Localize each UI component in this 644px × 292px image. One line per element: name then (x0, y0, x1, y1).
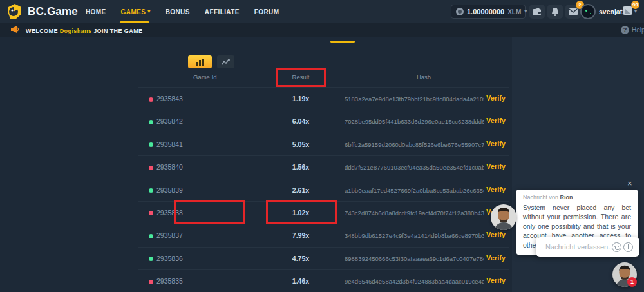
help-link[interactable]: ? Help (621, 26, 644, 34)
result-value: 5.05x (265, 141, 336, 148)
chat-message-title: Nachricht von Rion (523, 194, 631, 200)
hash-value: 9e4d6546d4e58a42d3b4f924883baa4daac019ce… (345, 278, 484, 285)
result-value: 7.99x (265, 231, 336, 239)
balance-selector[interactable]: 1.00000000 XLM ▾ (451, 5, 526, 19)
status-dot (149, 97, 153, 102)
status-dot (149, 257, 153, 261)
table-row: 2935837 7.99x 348bb9db61527e4c9f3e4a1414… (138, 224, 509, 246)
hash-value: 7028be95dd95f441b633d6d296e0ae15cc6238dd… (345, 118, 484, 125)
question-icon: ? (621, 26, 629, 34)
main-nav: HOME GAMES▾ BONUS AFFILIATE FORUM (86, 0, 279, 23)
result-value: 1.56x (265, 163, 336, 171)
result-value: 1.46x (265, 277, 336, 285)
chat-input-placeholder: Nachricht verfassen... (545, 237, 614, 257)
nav-item-games[interactable]: GAMES▾ (121, 0, 151, 23)
verify-link[interactable]: Verify (486, 94, 506, 102)
result-value: 1.19x (265, 95, 336, 102)
hash-value: a1bb0eaaf17ed4527669f2a0bba8cc53abab26c6… (345, 187, 484, 194)
status-dot (149, 120, 153, 124)
table-row: 2935843 1.19x 5183a2ea7e9d8e13fb79bbf21b… (138, 87, 509, 110)
tab-my-bets-chart[interactable] (188, 55, 212, 68)
chat-toggle-button[interactable]: 99 (620, 5, 636, 19)
result-value: 6.04x (265, 117, 336, 125)
game-id: 2935837 (156, 231, 183, 239)
game-id: 2935835 (156, 277, 183, 285)
table-row: 2935839 2.61x a1bb0eaaf17ed4527669f2a0bb… (138, 179, 509, 201)
hash-value: 5183a2ea7e9d8e13fb79bbf21bc9ffc804dada4a… (345, 95, 484, 102)
welcome-bar: WELCOME Dogishans JOIN THE GAME ? Help (0, 23, 644, 37)
welcome-message: WELCOME Dogishans JOIN THE GAME (26, 28, 142, 34)
balance-currency: XLM (507, 8, 521, 15)
game-id: 2935840 (156, 163, 183, 171)
status-dot (149, 166, 153, 170)
verify-link[interactable]: Verify (486, 140, 506, 148)
chat-sender-name: Rion (560, 194, 573, 200)
game-id: 2935841 (156, 141, 183, 148)
annotation-box-result-header (276, 68, 326, 87)
chevron-down-icon: ▾ (524, 9, 527, 14)
chat-launcher-badge: 1 (627, 277, 637, 287)
verify-link[interactable]: Verify (486, 186, 506, 193)
hash-value: 6bffc2a59159d2060d0abc85f526e6be676e5590… (345, 141, 484, 148)
game-id: 2935842 (156, 117, 183, 125)
close-icon[interactable]: × (627, 179, 632, 188)
bar-chart-icon (196, 59, 205, 66)
nav-item-bonus[interactable]: BONUS (166, 0, 190, 23)
info-icon[interactable] (623, 242, 633, 252)
nav-item-affiliate[interactable]: AFFILIATE (205, 0, 240, 23)
nav-item-home[interactable]: HOME (86, 0, 106, 23)
tab-trends[interactable] (217, 55, 234, 68)
balance-amount: 1.00000000 (467, 8, 504, 15)
game-id: 2935843 (156, 95, 183, 102)
annotation-box-game-id (174, 200, 245, 224)
status-dot (149, 280, 153, 284)
brand-name: BC.Game (28, 5, 78, 18)
verify-link[interactable]: Verify (486, 254, 506, 262)
hash-value: ddd7f521e87769103ecf94ea35da50ee354efd1c… (345, 164, 484, 171)
game-id: 2935836 (156, 255, 183, 262)
user-avatar[interactable] (580, 4, 596, 19)
top-navbar: BC.Game HOME GAMES▾ BONUS AFFILIATE FORU… (0, 0, 644, 23)
status-dot (149, 142, 153, 147)
column-header-game-id: Game Id (193, 73, 216, 81)
game-id: 2935839 (156, 186, 183, 194)
verify-link[interactable]: Verify (486, 162, 506, 170)
coin-icon (456, 8, 464, 15)
chat-badge: 99 (631, 1, 639, 9)
hash-value: 8988392450666c53f30afaaaea69c1d6a7c0407e… (345, 255, 484, 262)
table-row: 2935835 1.46x 9e4d6546d4e58a42d3b4f92488… (138, 269, 509, 292)
megaphone-icon (10, 26, 20, 34)
wallet-button[interactable] (529, 5, 545, 19)
annotation-box-result-value (266, 200, 337, 224)
hash-value: 348bb9db61527e4c9f3e4a1414d9b8ba66ce8970… (345, 232, 484, 239)
status-dot (149, 234, 153, 238)
history-view-tabs (188, 55, 234, 68)
wallet-icon (533, 8, 542, 15)
notifications-button[interactable] (547, 5, 563, 19)
verify-link[interactable]: Verify (486, 277, 506, 284)
table-row: 2935840 1.56x ddd7f521e87769103ecf94ea35… (138, 155, 509, 178)
status-dot (149, 188, 153, 193)
mail-icon (569, 8, 578, 15)
bc-game-app: BC.Game HOME GAMES▾ BONUS AFFILIATE FORU… (0, 0, 644, 292)
bell-icon (551, 8, 559, 16)
brand-logo[interactable]: BC.Game (6, 3, 78, 20)
game-table-body: 2935843 1.19x 5183a2ea7e9d8e13fb79bbf21b… (138, 87, 509, 292)
column-header-hash: Hash (392, 73, 456, 81)
chevron-down-icon: ▾ (147, 9, 150, 14)
bc-game-mascot-icon (6, 3, 23, 20)
messenger-icon (623, 6, 634, 17)
status-dot (149, 211, 153, 215)
nav-item-forum[interactable]: FORUM (254, 0, 279, 23)
table-row: 2935836 4.75x 8988392450666c53f30afaaaea… (138, 247, 509, 269)
result-value: 4.75x (265, 255, 336, 262)
chat-message-input[interactable]: Nachricht verfassen... (536, 237, 639, 257)
mail-button[interactable]: 2 (565, 5, 581, 19)
smiley-icon[interactable] (612, 242, 621, 252)
trend-chart-icon (222, 59, 230, 66)
active-tab-indicator (330, 41, 355, 43)
table-row: 2935842 6.04x 7028be95dd95f441b633d6d296… (138, 110, 509, 132)
sender-avatar (491, 204, 516, 230)
verify-link[interactable]: Verify (486, 231, 506, 238)
verify-link[interactable]: Verify (486, 117, 506, 124)
